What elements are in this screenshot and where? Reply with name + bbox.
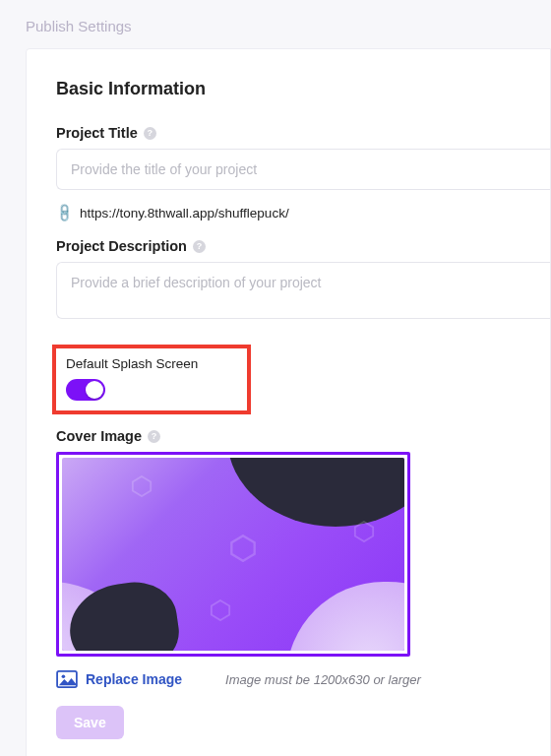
- project-description-field: Project Description ?: [56, 238, 550, 323]
- svg-point-5: [62, 675, 66, 679]
- project-title-field: Project Title ?: [56, 125, 550, 190]
- project-url-text: https://tony.8thwall.app/shufflepuck/: [80, 206, 289, 220]
- settings-card: Basic Information Project Title ? 🔗 http…: [26, 48, 551, 756]
- help-icon[interactable]: ?: [144, 127, 156, 140]
- cover-image-hint: Image must be 1200x630 or larger: [225, 672, 421, 687]
- replace-image-label: Replace Image: [86, 671, 182, 687]
- splash-highlight: Default Splash Screen: [52, 345, 251, 414]
- section-heading: Basic Information: [56, 79, 550, 99]
- splash-toggle[interactable]: [66, 379, 105, 401]
- svg-marker-3: [355, 522, 373, 541]
- project-title-label: Project Title: [56, 125, 138, 141]
- replace-image-button[interactable]: Replace Image: [56, 670, 182, 688]
- help-icon[interactable]: ?: [148, 430, 160, 443]
- save-button[interactable]: Save: [56, 706, 124, 739]
- page-title: Publish Settings: [0, 0, 551, 48]
- image-icon: [56, 670, 78, 688]
- cover-image-field: Cover Image ? Replac: [56, 428, 550, 739]
- cover-image-label: Cover Image: [56, 428, 142, 444]
- svg-marker-0: [133, 476, 151, 496]
- cover-image-preview: [62, 458, 404, 651]
- toggle-knob: [86, 381, 103, 399]
- project-description-label: Project Description: [56, 238, 187, 254]
- project-description-input[interactable]: [56, 262, 550, 319]
- svg-marker-1: [231, 536, 254, 561]
- project-title-input[interactable]: [56, 149, 550, 190]
- project-url-row: 🔗 https://tony.8thwall.app/shufflepuck/: [56, 206, 550, 220]
- link-icon: 🔗: [53, 203, 75, 224]
- help-icon[interactable]: ?: [193, 240, 206, 253]
- splash-label: Default Splash Screen: [66, 356, 198, 371]
- svg-marker-2: [212, 600, 229, 620]
- cover-image-frame[interactable]: [56, 452, 410, 657]
